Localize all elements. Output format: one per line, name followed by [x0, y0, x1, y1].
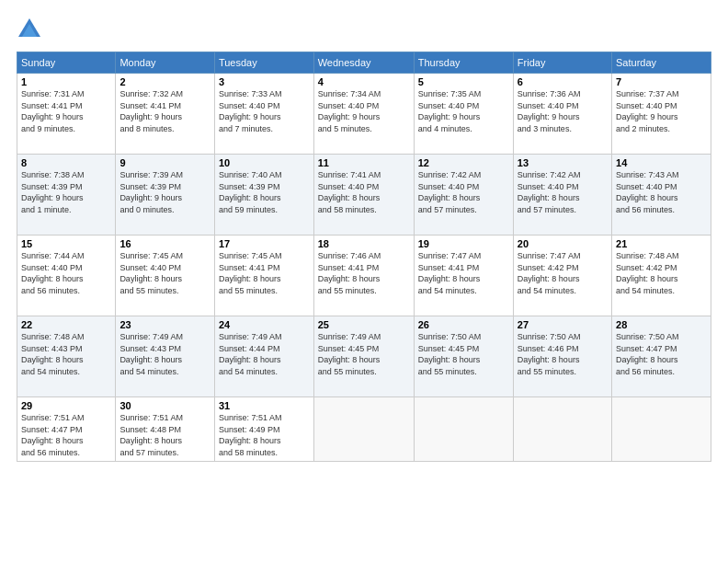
calendar-cell	[414, 397, 513, 462]
day-number: 24	[219, 319, 310, 330]
calendar-cell: 27Sunrise: 7:50 AM Sunset: 4:46 PM Dayli…	[513, 316, 611, 397]
calendar-cell: 21Sunrise: 7:48 AM Sunset: 4:42 PM Dayli…	[612, 236, 711, 316]
day-number: 3	[219, 76, 310, 87]
calendar-cell: 4Sunrise: 7:34 AM Sunset: 4:40 PM Daylig…	[313, 74, 414, 155]
day-info: Sunrise: 7:48 AM Sunset: 4:42 PM Dayligh…	[616, 250, 707, 296]
day-info: Sunrise: 7:50 AM Sunset: 4:45 PM Dayligh…	[418, 331, 509, 377]
calendar-cell: 19Sunrise: 7:47 AM Sunset: 4:41 PM Dayli…	[414, 236, 513, 316]
day-info: Sunrise: 7:32 AM Sunset: 4:41 PM Dayligh…	[119, 88, 210, 134]
calendar-cell: 1Sunrise: 7:31 AM Sunset: 4:41 PM Daylig…	[17, 74, 116, 155]
calendar-cell	[612, 397, 711, 462]
day-info: Sunrise: 7:38 AM Sunset: 4:39 PM Dayligh…	[21, 169, 111, 215]
day-number: 20	[518, 238, 608, 249]
calendar-cell: 2Sunrise: 7:32 AM Sunset: 4:41 PM Daylig…	[116, 74, 215, 155]
calendar-cell: 30Sunrise: 7:51 AM Sunset: 4:48 PM Dayli…	[116, 397, 215, 462]
calendar-header-row: SundayMondayTuesdayWednesdayThursdayFrid…	[17, 52, 711, 74]
calendar-week-2: 8Sunrise: 7:38 AM Sunset: 4:39 PM Daylig…	[17, 155, 711, 236]
day-number: 14	[616, 157, 707, 168]
day-info: Sunrise: 7:49 AM Sunset: 4:44 PM Dayligh…	[219, 331, 310, 377]
column-header-friday: Friday	[513, 52, 611, 74]
day-number: 16	[119, 238, 210, 249]
page: SundayMondayTuesdayWednesdayThursdayFrid…	[0, 0, 728, 563]
day-number: 15	[21, 238, 111, 249]
day-number: 29	[21, 400, 111, 411]
day-number: 4	[318, 76, 410, 87]
logo	[17, 17, 46, 42]
day-info: Sunrise: 7:45 AM Sunset: 4:41 PM Dayligh…	[219, 250, 310, 296]
column-header-thursday: Thursday	[414, 52, 513, 74]
day-info: Sunrise: 7:39 AM Sunset: 4:39 PM Dayligh…	[119, 169, 210, 215]
calendar-cell	[313, 397, 414, 462]
day-info: Sunrise: 7:35 AM Sunset: 4:40 PM Dayligh…	[418, 88, 509, 134]
day-number: 22	[21, 319, 111, 330]
day-number: 10	[219, 157, 310, 168]
day-info: Sunrise: 7:51 AM Sunset: 4:47 PM Dayligh…	[21, 412, 111, 458]
calendar-cell: 29Sunrise: 7:51 AM Sunset: 4:47 PM Dayli…	[17, 397, 116, 462]
calendar-cell: 12Sunrise: 7:42 AM Sunset: 4:40 PM Dayli…	[414, 155, 513, 236]
day-info: Sunrise: 7:51 AM Sunset: 4:48 PM Dayligh…	[119, 412, 210, 458]
calendar-cell: 13Sunrise: 7:42 AM Sunset: 4:40 PM Dayli…	[513, 155, 611, 236]
day-info: Sunrise: 7:40 AM Sunset: 4:39 PM Dayligh…	[219, 169, 310, 215]
day-number: 2	[119, 76, 210, 87]
day-number: 27	[518, 319, 608, 330]
day-info: Sunrise: 7:42 AM Sunset: 4:40 PM Dayligh…	[518, 169, 608, 215]
day-number: 7	[616, 76, 707, 87]
calendar-cell: 6Sunrise: 7:36 AM Sunset: 4:40 PM Daylig…	[513, 74, 611, 155]
column-header-monday: Monday	[116, 52, 215, 74]
calendar-cell	[513, 397, 611, 462]
day-number: 18	[318, 238, 410, 249]
calendar-week-5: 29Sunrise: 7:51 AM Sunset: 4:47 PM Dayli…	[17, 397, 711, 462]
day-info: Sunrise: 7:49 AM Sunset: 4:45 PM Dayligh…	[318, 331, 410, 377]
day-number: 12	[418, 157, 509, 168]
day-info: Sunrise: 7:48 AM Sunset: 4:43 PM Dayligh…	[21, 331, 111, 377]
calendar-cell: 14Sunrise: 7:43 AM Sunset: 4:40 PM Dayli…	[612, 155, 711, 236]
day-info: Sunrise: 7:43 AM Sunset: 4:40 PM Dayligh…	[616, 169, 707, 215]
calendar-cell: 9Sunrise: 7:39 AM Sunset: 4:39 PM Daylig…	[116, 155, 215, 236]
day-number: 1	[21, 76, 111, 87]
day-info: Sunrise: 7:47 AM Sunset: 4:41 PM Dayligh…	[418, 250, 509, 296]
calendar-week-3: 15Sunrise: 7:44 AM Sunset: 4:40 PM Dayli…	[17, 236, 711, 316]
day-info: Sunrise: 7:45 AM Sunset: 4:40 PM Dayligh…	[119, 250, 210, 296]
column-header-saturday: Saturday	[612, 52, 711, 74]
day-number: 8	[21, 157, 111, 168]
column-header-sunday: Sunday	[17, 52, 116, 74]
day-info: Sunrise: 7:41 AM Sunset: 4:40 PM Dayligh…	[318, 169, 410, 215]
calendar-cell: 16Sunrise: 7:45 AM Sunset: 4:40 PM Dayli…	[116, 236, 215, 316]
calendar-week-1: 1Sunrise: 7:31 AM Sunset: 4:41 PM Daylig…	[17, 74, 711, 155]
day-number: 23	[119, 319, 210, 330]
calendar-cell: 18Sunrise: 7:46 AM Sunset: 4:41 PM Dayli…	[313, 236, 414, 316]
day-info: Sunrise: 7:37 AM Sunset: 4:40 PM Dayligh…	[616, 88, 707, 134]
day-info: Sunrise: 7:50 AM Sunset: 4:46 PM Dayligh…	[518, 331, 608, 377]
day-number: 6	[518, 76, 608, 87]
day-info: Sunrise: 7:33 AM Sunset: 4:40 PM Dayligh…	[219, 88, 310, 134]
day-number: 11	[318, 157, 410, 168]
day-info: Sunrise: 7:50 AM Sunset: 4:47 PM Dayligh…	[616, 331, 707, 377]
day-info: Sunrise: 7:34 AM Sunset: 4:40 PM Dayligh…	[318, 88, 410, 134]
calendar-cell: 11Sunrise: 7:41 AM Sunset: 4:40 PM Dayli…	[313, 155, 414, 236]
calendar-week-4: 22Sunrise: 7:48 AM Sunset: 4:43 PM Dayli…	[17, 316, 711, 397]
column-header-wednesday: Wednesday	[313, 52, 414, 74]
calendar-cell: 17Sunrise: 7:45 AM Sunset: 4:41 PM Dayli…	[214, 236, 313, 316]
calendar-cell: 8Sunrise: 7:38 AM Sunset: 4:39 PM Daylig…	[17, 155, 116, 236]
day-number: 13	[518, 157, 608, 168]
day-info: Sunrise: 7:42 AM Sunset: 4:40 PM Dayligh…	[418, 169, 509, 215]
logo-icon	[17, 17, 42, 42]
calendar-cell: 7Sunrise: 7:37 AM Sunset: 4:40 PM Daylig…	[612, 74, 711, 155]
calendar-cell: 15Sunrise: 7:44 AM Sunset: 4:40 PM Dayli…	[17, 236, 116, 316]
day-number: 30	[119, 400, 210, 411]
day-number: 17	[219, 238, 310, 249]
calendar-cell: 31Sunrise: 7:51 AM Sunset: 4:49 PM Dayli…	[214, 397, 313, 462]
calendar-cell: 22Sunrise: 7:48 AM Sunset: 4:43 PM Dayli…	[17, 316, 116, 397]
day-info: Sunrise: 7:36 AM Sunset: 4:40 PM Dayligh…	[518, 88, 608, 134]
day-info: Sunrise: 7:44 AM Sunset: 4:40 PM Dayligh…	[21, 250, 111, 296]
calendar-cell: 25Sunrise: 7:49 AM Sunset: 4:45 PM Dayli…	[313, 316, 414, 397]
day-number: 21	[616, 238, 707, 249]
calendar-cell: 24Sunrise: 7:49 AM Sunset: 4:44 PM Dayli…	[214, 316, 313, 397]
calendar-cell: 23Sunrise: 7:49 AM Sunset: 4:43 PM Dayli…	[116, 316, 215, 397]
day-info: Sunrise: 7:31 AM Sunset: 4:41 PM Dayligh…	[21, 88, 111, 134]
day-number: 9	[119, 157, 210, 168]
day-number: 5	[418, 76, 509, 87]
day-number: 28	[616, 319, 707, 330]
day-info: Sunrise: 7:46 AM Sunset: 4:41 PM Dayligh…	[318, 250, 410, 296]
column-header-tuesday: Tuesday	[214, 52, 313, 74]
